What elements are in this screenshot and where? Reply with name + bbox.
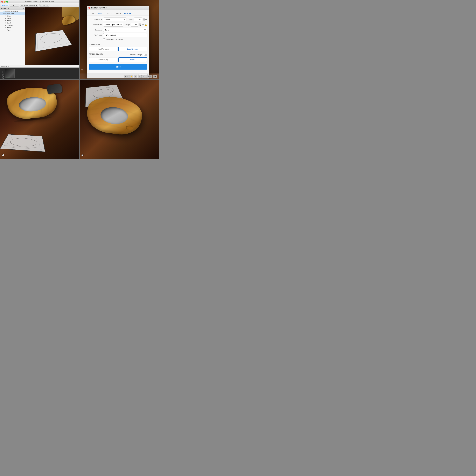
in-canvas-render-button[interactable]: IN-CANVAS RENDER ▼	[20, 4, 38, 7]
close-button[interactable]	[1, 1, 3, 3]
tab-mobile[interactable]: MOBILE	[96, 12, 106, 15]
render-settings-dialog: RENDER SETTINGS WEB MOBILE PRINT VIDEO C…	[87, 6, 149, 78]
sidebar-item-decals[interactable]: ⊞ Decals	[0, 22, 25, 24]
gallery-version-badge: v1♦	[12, 76, 14, 78]
toolbar-cursor-btn[interactable]: ⊕▼	[124, 75, 129, 78]
render-action-button[interactable]: Render	[89, 64, 147, 69]
file-format-select[interactable]: PNG (Lossless)	[103, 33, 147, 37]
cloud-renderer-button[interactable]: Cloud Renderer	[89, 47, 117, 51]
toolbar-view-btn[interactable]: ⊞▼	[147, 75, 152, 78]
joints-label: Joints	[7, 17, 11, 19]
lock-icon: 🔒	[145, 23, 147, 26]
tab-web[interactable]: WEB	[89, 12, 96, 15]
dialog-title: RENDER SETTINGS	[91, 7, 107, 9]
setup-button[interactable]: SETUP ▼	[10, 4, 19, 7]
sidebar-item-origin[interactable]: ⊕ Origin	[0, 15, 25, 17]
decals-label: Decals	[7, 22, 11, 24]
width-stepper[interactable]: ▲ ▼	[143, 18, 145, 21]
titlebar: Autodesk Fusion 360 (Education License)	[0, 0, 79, 3]
advanced-settings-toggle[interactable]	[143, 54, 147, 56]
origin-icon: ⊕	[4, 15, 6, 17]
sidebar-item-sketches[interactable]: ⊞ Sketches	[0, 24, 25, 26]
browser-controls: ⊕	[23, 8, 24, 9]
top-label: Top:1	[7, 29, 10, 31]
render-button[interactable]: RENDER ▼	[39, 4, 50, 7]
exposure-row: Exposure Native	[89, 28, 147, 32]
viewport-toolbar: ⊕▼ ✋ ⊚ ⊕ 🔍▼ ⊞▼ ⊞▼	[124, 75, 157, 78]
advanced-settings-label: Advanced settings	[130, 54, 142, 56]
file-format-label: File Format	[89, 34, 102, 36]
toolbar-orbit-btn[interactable]: ⊚	[134, 75, 137, 78]
quadrant-3-label: 3	[2, 153, 4, 157]
final-quality-button[interactable]: Final(75) ♦	[119, 57, 147, 62]
width-up-btn[interactable]: ▲	[143, 18, 145, 19]
width-down-btn[interactable]: ▼	[143, 19, 145, 21]
aspect-ratio-select[interactable]: Custom Aspect Ratio	[103, 23, 123, 27]
minimize-button[interactable]	[4, 1, 5, 3]
final-quality-label: Final(75)	[129, 59, 135, 61]
app-toolbar: RENDER SETUP ▼ IN-CANVAS RENDER ▼ RENDER…	[0, 3, 79, 7]
quality-buttons: Standard(50) Final(75) ♦	[89, 57, 147, 62]
bodies-label: Bodies	[7, 20, 11, 21]
width-label: Width	[128, 18, 134, 20]
dialog-body: Image Size Custom Width ▲ ▼ px	[87, 16, 149, 73]
tab-custom[interactable]: CUSTOM	[122, 12, 133, 15]
sidebar-item-joints[interactable]: ⊞ Joints	[0, 17, 25, 19]
named-views-icon: 👁	[3, 13, 5, 15]
viewport-canvas[interactable]	[25, 7, 79, 65]
aspect-ratio-label: Aspect Ratio	[89, 24, 102, 26]
height-group: Height ▲ ▼ px 🔒	[124, 23, 147, 27]
quadrant-2-label: 2	[81, 68, 83, 72]
standard-quality-button[interactable]: Standard(50)	[89, 57, 117, 62]
gallery-thumbnail[interactable]: v1♦	[5, 69, 15, 78]
browser-title: BROWSER	[1, 8, 9, 9]
bottom-icon: ○	[4, 27, 6, 28]
exposure-select[interactable]: Native	[103, 28, 147, 32]
quadrant-4-label: 4	[82, 153, 83, 157]
toolbar-pan-btn[interactable]: ✋	[130, 75, 133, 78]
window-title: Autodesk Fusion 360 (Education License)	[25, 1, 54, 3]
tab-video[interactable]: VIDEO	[114, 12, 122, 15]
sidebar-item-named-views[interactable]: 👁 Named Views	[0, 12, 25, 15]
width-unit: px	[145, 18, 147, 20]
document-settings-label: Document Settings	[5, 11, 18, 12]
width-input[interactable]	[134, 17, 142, 21]
transparent-bg-checkbox[interactable]	[103, 38, 105, 40]
comments-bar: COMMENTS	[0, 65, 79, 68]
quality-header: RENDER QUALITY Advanced settings	[89, 53, 147, 56]
toolbar-zoom-btn[interactable]: 🔍▼	[141, 75, 147, 78]
top-icon: ○	[4, 29, 6, 31]
dialog-tab-bar: WEB MOBILE PRINT VIDEO CUSTOM	[87, 10, 149, 16]
height-down-btn[interactable]: ▼	[139, 25, 141, 26]
maximize-button[interactable]	[6, 1, 8, 3]
image-size-select[interactable]: Custom	[103, 17, 126, 21]
document-icon: 📄	[3, 10, 5, 12]
dialog-close-indicator	[88, 7, 90, 9]
height-up-btn[interactable]: ▲	[139, 23, 141, 25]
tab-print[interactable]: PRINT	[106, 12, 114, 15]
height-stepper[interactable]: ▲ ▼	[139, 23, 141, 26]
render-quality-section: RENDER QUALITY Advanced settings Standar…	[89, 53, 147, 62]
transparent-bg-label: Transparent Background	[106, 38, 123, 40]
sidebar-item-bodies[interactable]: ⊞ Bodies	[0, 19, 25, 22]
toolbar-zoom-fit-btn[interactable]: ⊕	[138, 75, 141, 78]
browser-header: BROWSER ⊕	[0, 7, 25, 10]
named-views-label: Named Views	[5, 13, 15, 15]
browser-sidebar: BROWSER ⊕ 📄 Document Settings 👁 Named Vi…	[0, 7, 25, 65]
bodies-icon: ⊞	[4, 20, 6, 21]
height-input[interactable]	[131, 23, 139, 27]
file-format-row: File Format PNG (Lossless)	[89, 33, 147, 37]
sketches-icon: ⊞	[4, 24, 6, 26]
sidebar-item-bottom[interactable]: ○ Bottom:1	[0, 26, 25, 29]
quality-label: RENDER QUALITY	[89, 53, 103, 55]
local-renderer-button[interactable]: Local Renderer	[119, 47, 147, 51]
exposure-label: Exposure	[89, 29, 102, 31]
sidebar-item-top[interactable]: ○ Top:1	[0, 29, 25, 31]
gallery-label: RENDERING GALLERY	[1, 68, 4, 79]
image-size-row: Image Size Custom Width ▲ ▼ px	[89, 17, 147, 21]
toolbar-display-btn[interactable]: ⊞▼	[153, 75, 157, 78]
toggle-knob	[143, 54, 145, 56]
joints-icon: ⊞	[4, 17, 6, 19]
sidebar-item-document-settings[interactable]: 📄 Document Settings	[0, 10, 25, 12]
traffic-lights	[1, 1, 8, 3]
